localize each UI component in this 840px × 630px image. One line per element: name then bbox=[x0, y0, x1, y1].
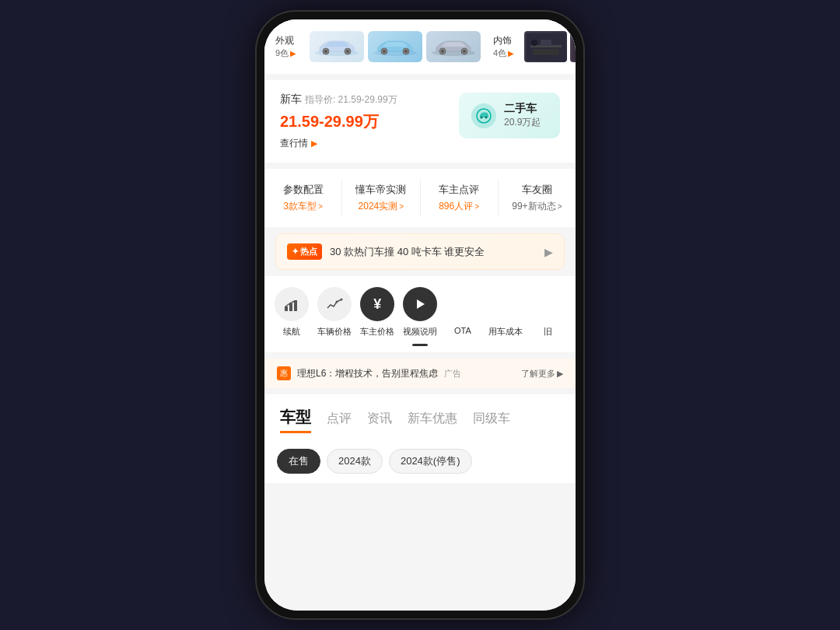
svg-point-9 bbox=[404, 50, 408, 53]
svg-rect-19 bbox=[541, 40, 551, 46]
svg-point-31 bbox=[336, 301, 338, 303]
used-car-card[interactable]: 二手车 20.9万起 bbox=[459, 93, 560, 138]
tab-label-range: 续航 bbox=[283, 326, 300, 338]
new-car-title: 新车 指导价: 21.59-29.99万 bbox=[280, 93, 459, 107]
car-image-2 bbox=[372, 36, 418, 58]
spec-chevron-3: > bbox=[558, 202, 562, 211]
tab-icon-video[interactable]: 视频说明 bbox=[399, 287, 442, 338]
spec-item-review[interactable]: 车主点评 896人评 > bbox=[421, 180, 499, 216]
svg-rect-17 bbox=[533, 49, 559, 55]
tab-icon-cost[interactable]: 用车成本 bbox=[484, 287, 527, 338]
interior-title: 内饰 bbox=[493, 34, 512, 47]
interior-colors: 4色 ▶ bbox=[493, 47, 514, 59]
tab-car-model[interactable]: 车型 bbox=[280, 407, 311, 433]
spec-item-community[interactable]: 车友圈 99+新动态 > bbox=[499, 180, 576, 216]
market-price[interactable]: 查行情 ▶ bbox=[280, 137, 459, 150]
filter-row: 在售 2024款 2024款(停售) bbox=[264, 439, 576, 483]
tab-review[interactable]: 点评 bbox=[327, 411, 352, 427]
car-images-section: 外观 9色 ▶ bbox=[264, 19, 576, 74]
exterior-colors: 9色 ▶ bbox=[275, 47, 296, 59]
price-section: 新车 指导价: 21.59-29.99万 21.59-29.99万 查行情 ▶ bbox=[264, 80, 576, 163]
specs-section: 参数配置 3款车型 > 懂车帝实测 2024实测 > bbox=[264, 169, 576, 227]
hot-banner-text: 30 款热门车撞 40 吨卡车 谁更安全 bbox=[330, 245, 537, 259]
tab-icon-owner-price[interactable]: ¥ 车主价格 bbox=[356, 287, 399, 338]
video-icon bbox=[403, 287, 437, 321]
cost-icon bbox=[488, 287, 523, 321]
price-chart-icon bbox=[326, 296, 343, 313]
interior-arrow: ▶ bbox=[508, 49, 514, 58]
tab-label-old: 旧 bbox=[544, 326, 552, 338]
used-car-info: 二手车 20.9万起 bbox=[504, 102, 541, 129]
owner-price-icon: ¥ bbox=[360, 287, 394, 321]
car-image-3 bbox=[430, 36, 477, 58]
spec-title-2: 车主点评 bbox=[439, 183, 479, 197]
interior-thumb-2[interactable] bbox=[570, 31, 576, 62]
filter-btn-sale[interactable]: 在售 bbox=[277, 449, 320, 474]
car-thumb-1[interactable] bbox=[310, 31, 364, 62]
tab-label-vehicle-price: 车辆价格 bbox=[317, 326, 352, 338]
vehicle-price-icon bbox=[317, 287, 352, 321]
interior-label[interactable]: 内饰 4色 ▶ bbox=[493, 34, 521, 59]
range-chart-icon bbox=[283, 296, 300, 313]
interior-section: 内饰 4色 ▶ bbox=[493, 31, 576, 62]
svg-point-12 bbox=[441, 50, 444, 53]
tab-discount[interactable]: 新车优惠 bbox=[408, 411, 457, 427]
ad-more[interactable]: 了解更多 ▶ bbox=[521, 368, 563, 380]
tab-news[interactable]: 资讯 bbox=[367, 411, 392, 427]
play-icon bbox=[413, 297, 427, 311]
ad-more-arrow: ▶ bbox=[557, 369, 563, 379]
spec-value-1: 2024实测 > bbox=[359, 200, 404, 213]
range-icon bbox=[275, 287, 309, 321]
exterior-arrow: ▶ bbox=[290, 49, 296, 58]
new-car-info: 新车 指导价: 21.59-29.99万 21.59-29.99万 查行情 ▶ bbox=[280, 93, 459, 150]
svg-point-18 bbox=[531, 40, 537, 46]
filter-btn-2024-discontinued[interactable]: 2024款(停售) bbox=[389, 449, 472, 474]
filter-btn-2024[interactable]: 2024款 bbox=[327, 449, 383, 474]
svg-point-2 bbox=[324, 50, 327, 53]
exterior-title: 外观 bbox=[275, 34, 294, 47]
tab-similar[interactable]: 同级车 bbox=[473, 411, 510, 427]
tab-icon-vehicle-price[interactable]: 车辆价格 bbox=[313, 287, 356, 338]
ota-icon bbox=[446, 287, 480, 321]
price-display[interactable]: 21.59-29.99万 bbox=[280, 111, 459, 132]
screen-content: 外观 9色 ▶ bbox=[264, 19, 576, 611]
guide-price-label: 指导价: 21.59-29.99万 bbox=[305, 94, 397, 105]
spec-chevron-0: > bbox=[318, 202, 323, 211]
spec-chevron-2: > bbox=[474, 202, 479, 211]
interior-image-1 bbox=[527, 33, 565, 61]
spec-title-1: 懂车帝实测 bbox=[355, 183, 406, 197]
hot-banner[interactable]: ✦ 热点 30 款热门车撞 40 吨卡车 谁更安全 ▶ bbox=[275, 233, 565, 270]
tab-icon-old[interactable]: 旧 bbox=[527, 287, 569, 338]
phone-frame: 外观 9色 ▶ bbox=[257, 12, 583, 618]
market-price-arrow: ▶ bbox=[311, 138, 317, 149]
exterior-label[interactable]: 外观 9色 ▶ bbox=[275, 34, 303, 59]
car-thumb-2[interactable] bbox=[368, 31, 422, 62]
spec-value-3: 99+新动态 > bbox=[512, 200, 562, 213]
tab-icons-row: 续航 车辆价格 bbox=[264, 287, 576, 338]
car-thumb-3[interactable] bbox=[426, 31, 481, 62]
ad-text: 理想L6：增程技术，告别里程焦虑 广告 bbox=[297, 367, 515, 380]
spec-title-3: 车友圈 bbox=[522, 183, 552, 197]
ad-label: 广告 bbox=[444, 369, 461, 378]
ad-banner[interactable]: 惠 理想L6：增程技术，告别里程焦虑 广告 了解更多 ▶ bbox=[264, 359, 576, 388]
tab-icons-section: 续航 车辆价格 bbox=[264, 276, 576, 352]
spec-title-0: 参数配置 bbox=[283, 183, 324, 197]
spec-item-config[interactable]: 参数配置 3款车型 > bbox=[264, 180, 342, 216]
spec-value-2: 896人评 > bbox=[439, 200, 479, 213]
ad-tag: 惠 bbox=[277, 366, 291, 380]
tab-label-video: 视频说明 bbox=[403, 326, 437, 338]
old-icon bbox=[531, 287, 565, 321]
spec-chevron-1: > bbox=[399, 202, 404, 211]
tab-icon-range[interactable]: 续航 bbox=[271, 287, 313, 338]
spec-value-0: 3款车型 > bbox=[283, 200, 323, 213]
spec-item-test[interactable]: 懂车帝实测 2024实测 > bbox=[342, 180, 420, 216]
interior-thumb-1[interactable] bbox=[524, 31, 567, 62]
tab-scroll-indicator bbox=[412, 344, 428, 346]
used-car-svg bbox=[476, 108, 492, 124]
svg-point-4 bbox=[346, 50, 349, 53]
car-image-1 bbox=[313, 36, 360, 58]
tab-label-cost: 用车成本 bbox=[488, 326, 523, 338]
tab-icon-ota[interactable]: OTA bbox=[441, 287, 484, 338]
used-car-price: 20.9万起 bbox=[504, 116, 541, 129]
svg-point-27 bbox=[485, 116, 488, 118]
